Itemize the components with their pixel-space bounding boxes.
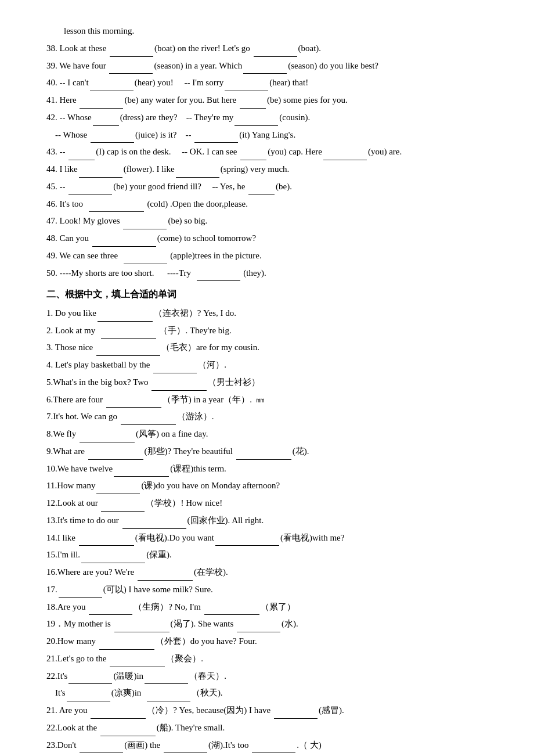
blank-s2-23c	[252, 744, 295, 753]
blank-48	[92, 237, 156, 247]
s2-line-21b: 21. Are you （冷）? Yes, because(因为) I have…	[46, 703, 499, 719]
blank-s2-9a	[88, 451, 143, 460]
blank-47	[123, 220, 167, 229]
s2-line-16: 16.Where are you? We're (在学校).	[46, 564, 499, 581]
blank-s2-23a	[80, 744, 123, 753]
blank-s2-18b	[204, 606, 259, 615]
s2-line-22b: It's(凉爽)in （秋天).	[46, 685, 499, 701]
s2-line-21: 21.Let's go to the （聚会）.	[46, 651, 499, 667]
blank-41a	[80, 99, 123, 109]
line-44: 44. I like(flower). I like(spring) very …	[46, 161, 499, 178]
line-42a: 42. -- Whose(dress) are they? -- They're…	[46, 110, 499, 126]
blank-43b	[240, 151, 266, 160]
line-47: 47. Look! My gloves (be) so big.	[46, 213, 499, 229]
blank-s2-2	[101, 329, 156, 339]
blank-s2-7	[121, 416, 176, 425]
blank-s2-16	[138, 571, 193, 581]
line-43: 43. -- (I) cap is on the desk. -- OK. I …	[46, 144, 499, 160]
blank-40a	[90, 82, 134, 91]
s2-line-8: 8.We fly (风筝) on a fine day.	[46, 426, 499, 442]
s2-line-6: 6.There are four （季节) in a year（年）. ㎜	[46, 392, 499, 408]
blank-s2-22d	[147, 692, 190, 701]
blank-43c	[323, 151, 367, 160]
line-49: 49. We can see three (apple)trees in the…	[46, 248, 499, 264]
blank-42c	[91, 134, 134, 143]
s2-line-18: 18.Are you （生病）? No, I'm （累了）	[46, 599, 499, 615]
blank-s2-10	[114, 467, 169, 477]
s2-line-19: 19．My mother is (渴了). She wants (水).	[46, 616, 499, 632]
s2-line-14: 14.I like (看电视).Do you want(看电视)with me?	[46, 530, 499, 546]
s2-line-10: 10.We have twelve(课程)this term.	[46, 461, 499, 477]
blank-s2-8	[80, 433, 135, 442]
line-45: 45. -- (be) your good friend ill? -- Yes…	[46, 179, 499, 195]
blank-50	[197, 272, 240, 281]
blank-40b	[225, 82, 268, 91]
blank-44b	[176, 168, 219, 178]
s2-line-4: 4. Let's play basketball by the （河）.	[46, 357, 499, 373]
line-41: 41. Here (be) any water for you. But her…	[46, 92, 499, 109]
s2-line-12: 12.Look at our （学校）! How nice!	[46, 495, 499, 512]
s2-line-3: 3. Those nice （毛衣）are for my cousin.	[46, 340, 499, 356]
blank-s2-21b-a	[91, 710, 146, 719]
blank-s2-9b	[236, 451, 291, 460]
s2-line-1: 1. Do you like（连衣裙）? Yes, I do.	[46, 305, 499, 322]
s2-line-9: 9.What are (那些)? They're beautiful (花).	[46, 444, 499, 460]
blank-s2-23b	[164, 744, 207, 753]
blank-s2-21	[110, 658, 165, 667]
blank-s2-17	[59, 589, 102, 598]
blank-46	[89, 203, 144, 212]
blank-49	[124, 255, 167, 264]
blank-s2-15	[81, 554, 145, 563]
blank-s2-6	[106, 398, 161, 408]
blank-s2-22a	[68, 675, 112, 684]
blank-s2-18a	[89, 606, 132, 615]
blank-43a	[68, 151, 95, 160]
blank-41b	[240, 99, 266, 109]
blank-s2-21b-b	[274, 710, 317, 719]
blank-s2-14b	[215, 537, 279, 546]
blank-s2-22e	[100, 727, 156, 736]
s2-line-23: 23.Don't (画画) the (湖).It's too .（ 大)	[46, 737, 499, 754]
line-50: 50. ----My shorts are too short. ----Try…	[46, 265, 499, 282]
s2-line-7: 7.It's hot. We can go （游泳）.	[46, 409, 499, 425]
blank-s2-14a	[79, 537, 134, 546]
blank-s2-19b	[237, 623, 280, 632]
blank-39b	[243, 64, 287, 74]
blank-45a	[68, 186, 112, 195]
line-42b: -- Whose (juice) is it? -- (it) Yang Lin…	[46, 127, 499, 143]
s2-line-2: 2. Look at my （手）. They're big.	[46, 323, 499, 339]
blank-44a	[79, 168, 122, 178]
line-40: 40. -- I can't(hear) you! -- I'm sorry(h…	[46, 75, 499, 91]
s2-line-13: 13.It's time to do our (回家作业). All right…	[46, 513, 499, 529]
blank-s2-4	[153, 364, 197, 373]
line-46: 46. It's too (cold) .Open the door,pleas…	[46, 196, 499, 213]
blank-s2-13	[122, 520, 186, 529]
blank-s2-20	[99, 640, 154, 650]
blank-42a	[93, 117, 119, 126]
s2-line-15: 15.I'm ill.(保重).	[46, 547, 499, 563]
s2-line-11: 11.How many(课)do you have on Monday afte…	[46, 478, 499, 494]
blank-38b	[254, 48, 297, 57]
intro-line: lesson this morning.	[46, 23, 499, 39]
line-39: 39. We have four (season) in a year. Whi…	[46, 58, 499, 74]
section2-title: 二、根据中文，填上合适的单词	[46, 286, 499, 303]
s2-line-22c: 22.Look at the (船). They're small.	[46, 720, 499, 736]
blank-s2-22c	[67, 692, 110, 701]
blank-s2-22b	[145, 675, 188, 684]
s2-line-5: 5.What's in the big box? Two （男士衬衫）	[46, 375, 499, 391]
blank-s2-12	[101, 502, 145, 512]
blank-s2-5	[151, 381, 207, 391]
blank-39a	[109, 64, 153, 74]
s2-line-20: 20.How many （外套）do you have? Four.	[46, 633, 499, 650]
blank-s2-1	[98, 312, 153, 322]
blank-45b	[248, 186, 275, 195]
blank-42d	[194, 134, 238, 143]
blank-s2-11	[96, 485, 140, 494]
blank-42b	[234, 117, 278, 126]
s2-line-17: 17.(可以) I have some milk? Sure.	[46, 582, 499, 598]
worksheet-content: lesson this morning. 38. Look at these (…	[46, 23, 499, 756]
blank-38a	[110, 48, 153, 57]
blank-s2-19a	[114, 623, 169, 632]
line-38: 38. Look at these (boat) on the river! L…	[46, 41, 499, 57]
line-48: 48. Can you (come) to school tomorrow?	[46, 231, 499, 247]
